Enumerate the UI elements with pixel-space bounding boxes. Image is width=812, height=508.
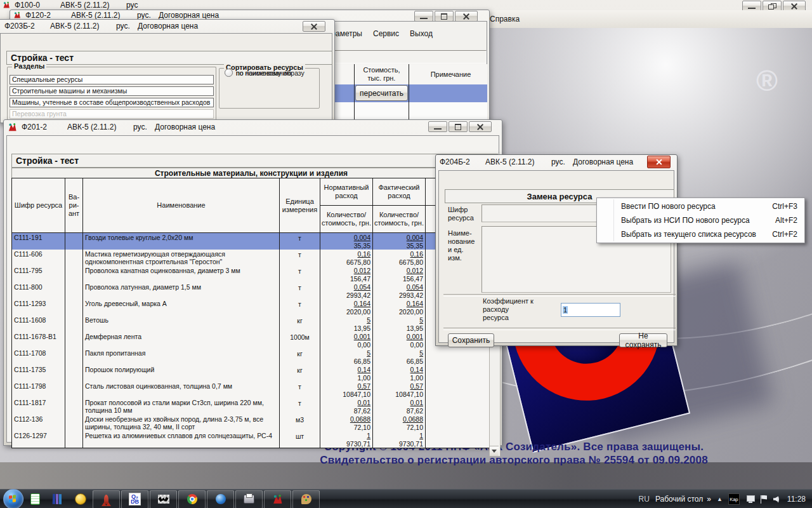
pinned-notepad[interactable]: [23, 491, 46, 508]
cell-note[interactable]: [426, 382, 490, 398]
desktop-toolbar[interactable]: Рабочий стол »: [655, 495, 711, 504]
cell-fact[interactable]: 1 9730,71: [373, 431, 426, 448]
cell-unit[interactable]: м3: [280, 415, 320, 431]
fact-quantity[interactable]: 0,57: [410, 382, 423, 391]
context-menu-item[interactable]: Выбрать из текущего списка ресурсов Ctrl…: [597, 227, 804, 241]
table-row[interactable]: C126-1297 Решетка из алюминиевых сплавов…: [12, 431, 490, 448]
menu-item[interactable]: Выход: [410, 29, 433, 38]
dont-save-button[interactable]: Не сохранять: [619, 333, 667, 347]
cell-note[interactable]: [426, 415, 490, 431]
f201-titlebar[interactable]: Ф201-2 АВК-5 (2.11.2) рус. Договорная це…: [4, 120, 502, 134]
taskbar-button-paint[interactable]: [292, 490, 320, 508]
recalculate-button[interactable]: пересчитать: [355, 85, 408, 101]
f203-titlebar[interactable]: Ф203Б-2 АВК-5 (2.11.2) рус. Договорная ц…: [0, 20, 334, 32]
norm-quantity[interactable]: 0,01: [358, 399, 370, 407]
radio-icon[interactable]: [225, 69, 233, 77]
table-row[interactable]: C111-1708 Пакля пропитанная кг 5 66,85 5…: [12, 349, 490, 365]
maximize-button[interactable]: [435, 11, 454, 22]
fact-quantity[interactable]: 0,004: [407, 234, 423, 242]
fact-quantity[interactable]: 0,012: [407, 267, 423, 275]
fact-quantity[interactable]: 0,16: [410, 250, 423, 258]
close-button[interactable]: [647, 156, 671, 168]
section-item[interactable]: Специальные ресурсы: [10, 75, 214, 84]
cell-name[interactable]: Демферная лента: [83, 332, 280, 349]
cell-unit[interactable]: т: [280, 299, 320, 316]
cell-fact[interactable]: 5 66,85: [373, 349, 426, 365]
cell-note[interactable]: [426, 349, 490, 365]
cell-norm[interactable]: 0,0688 72,10: [320, 415, 373, 431]
cell-fact[interactable]: 0,164 2020,00: [373, 299, 426, 316]
cell-name[interactable]: Решетка из алюминиевых сплавов для солнц…: [83, 431, 280, 448]
save-button[interactable]: Сохранить: [448, 333, 494, 347]
taskbar-button-globe[interactable]: [207, 490, 234, 508]
coefficient-input[interactable]: 1: [561, 303, 620, 317]
cell-norm[interactable]: 0,16 6675,80: [320, 250, 373, 266]
cell-unit[interactable]: кг: [280, 365, 320, 382]
cell-unit[interactable]: 1000м: [280, 332, 320, 349]
cell-norm[interactable]: 5 66,85: [320, 349, 373, 365]
cell-variant[interactable]: [65, 250, 83, 266]
cell-norm[interactable]: 1 9730,71: [320, 431, 373, 448]
fact-quantity[interactable]: 5: [419, 316, 423, 324]
clock[interactable]: 11:28: [787, 495, 806, 504]
cell-code[interactable]: C111-1608: [12, 316, 65, 332]
table-row[interactable]: C111-1608 Ветошь кг 5 13,95 5 13,95: [12, 316, 490, 332]
norm-quantity[interactable]: 0,16: [358, 250, 370, 258]
cell-fact[interactable]: 0,16 6675,80: [373, 250, 426, 266]
cell-code[interactable]: C111-1708: [12, 349, 65, 365]
cell-unit[interactable]: т: [280, 283, 320, 299]
cell-fact[interactable]: 0,14 1,00: [373, 365, 426, 382]
cell-variant[interactable]: [65, 283, 83, 299]
fact-quantity[interactable]: 0,01: [410, 399, 423, 407]
cell-fact[interactable]: 0,001 0,00: [373, 332, 426, 349]
cell-name[interactable]: Доски необрезные из хвойных пород, длина…: [83, 415, 280, 431]
table-row[interactable]: C111-800 Проволока латунная, диаметр 1,5…: [12, 283, 490, 299]
cell-unit[interactable]: кг: [280, 316, 320, 332]
section-item[interactable]: Машины, учтенные в составе общепроизводс…: [10, 98, 214, 107]
taskbar-button-query-db[interactable]: Q₂ DB: [121, 490, 148, 508]
table-row[interactable]: C111-1293 Уголь древесный, марка А т 0,1…: [12, 299, 490, 316]
cell-code[interactable]: C111-1293: [12, 299, 65, 316]
cell-norm[interactable]: 0,004 35,35: [320, 233, 373, 250]
fact-quantity[interactable]: 0,14: [410, 366, 423, 374]
cell-name[interactable]: Порошок полирующий: [83, 365, 280, 382]
norm-quantity[interactable]: 1: [367, 432, 370, 440]
close-button[interactable]: [455, 11, 478, 22]
cell-name[interactable]: Пакля пропитанная: [83, 349, 280, 365]
cell-name[interactable]: Проволока канатная оцинкованная, диаметр…: [83, 266, 280, 283]
norm-quantity[interactable]: 0,012: [354, 267, 370, 275]
taskbar-button-rocket[interactable]: [93, 490, 120, 508]
cell-note[interactable]: [426, 398, 490, 415]
f204-titlebar[interactable]: Ф204Б-2 АВК-5 (2.11.2) рус. Договорная ц…: [436, 155, 677, 169]
cell-norm[interactable]: 0,57 10847,10: [320, 382, 373, 398]
table-row[interactable]: C111-1798 Сталь листовая оцинкованная, т…: [12, 382, 490, 398]
cell-unit[interactable]: т: [280, 233, 320, 250]
norm-quantity[interactable]: 5: [367, 349, 370, 358]
cell-code[interactable]: C111-191: [12, 233, 65, 250]
cell-code[interactable]: C126-1297: [12, 431, 65, 448]
cell-code[interactable]: C111-800: [12, 283, 65, 299]
cell-norm[interactable]: 0,14 1,00: [320, 365, 373, 382]
fact-quantity[interactable]: 0,164: [407, 300, 423, 308]
cell-name[interactable]: Уголь древесный, марка А: [83, 299, 280, 316]
start-button[interactable]: [3, 489, 23, 508]
cell-variant[interactable]: [65, 233, 83, 250]
section-item[interactable]: Строительные машины и механизмы: [10, 86, 214, 96]
close-button[interactable]: [469, 121, 492, 132]
cell-variant[interactable]: [65, 365, 83, 382]
cell-fact[interactable]: 0,57 10847,10: [373, 382, 426, 398]
cell-norm[interactable]: 0,012 156,47: [320, 266, 373, 283]
cell-code[interactable]: C111-1798: [12, 382, 65, 398]
table-row[interactable]: C111-1735 Порошок полирующий кг 0,14 1,0…: [12, 365, 490, 382]
sort-radio-option[interactable]: по наименованию: [225, 69, 291, 77]
norm-quantity[interactable]: 0,0688: [350, 415, 370, 424]
cell-code[interactable]: C111-606: [12, 250, 65, 266]
cell-code[interactable]: C111-1817: [12, 398, 65, 415]
norm-quantity[interactable]: 5: [367, 316, 370, 324]
norm-quantity[interactable]: 0,57: [358, 382, 370, 391]
table-row[interactable]: C111-191 Гвозди толевые круглые 2,0х20 м…: [12, 233, 490, 250]
minimize-button[interactable]: [414, 11, 433, 22]
chevron-icon[interactable]: »: [707, 495, 711, 504]
cell-variant[interactable]: [65, 398, 83, 415]
taskbar-button-chrome[interactable]: [178, 490, 206, 508]
